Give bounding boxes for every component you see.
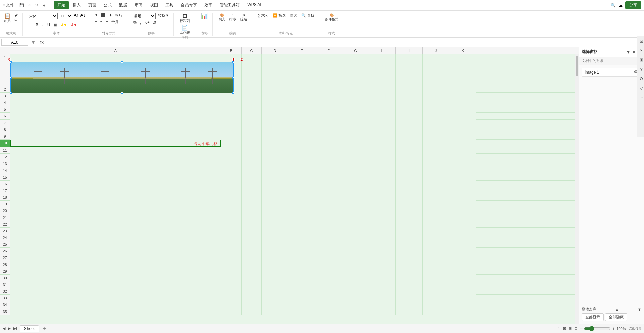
cell-H7[interactable]	[369, 120, 396, 126]
cell-H17[interactable]	[369, 187, 396, 194]
cell-I30[interactable]	[396, 275, 423, 281]
cell-J15[interactable]	[423, 174, 449, 181]
cell-C23[interactable]	[241, 228, 262, 234]
resize-handle[interactable]	[121, 61, 123, 63]
cell-D9[interactable]	[262, 133, 288, 140]
cell-K7[interactable]	[449, 120, 476, 126]
cell-A13[interactable]	[10, 160, 221, 167]
cell-A30[interactable]	[10, 275, 221, 281]
cell-F20[interactable]	[315, 207, 342, 214]
resize-handle[interactable]	[232, 77, 234, 79]
cell-E6[interactable]	[288, 113, 315, 120]
col-header-E[interactable]: E	[288, 47, 315, 54]
cell-C7[interactable]	[241, 120, 262, 126]
row-num-5[interactable]: 5	[0, 106, 10, 112]
cell-D7[interactable]	[262, 120, 288, 126]
cell-B35[interactable]	[221, 308, 241, 315]
cell-D26[interactable]	[262, 248, 288, 254]
cell-K27[interactable]	[449, 254, 476, 261]
cell-D24[interactable]	[262, 234, 288, 241]
bot-align-button[interactable]: ⬇	[108, 13, 113, 18]
cell-C34[interactable]	[241, 301, 262, 308]
cell-B10[interactable]	[221, 140, 241, 147]
col-header-G[interactable]: G	[342, 47, 369, 54]
cell-I9[interactable]	[396, 133, 423, 140]
cell-G35[interactable]	[342, 308, 369, 315]
cell-E13[interactable]	[288, 160, 315, 167]
mid-align-button[interactable]: ⬛	[100, 13, 107, 18]
decimal-up-button[interactable]: .0+	[143, 20, 151, 25]
cell-A31[interactable]	[10, 281, 221, 288]
cell-E16[interactable]	[288, 181, 315, 187]
condition-format-button[interactable]: 🎨 条件格式	[324, 13, 340, 22]
cell-H5[interactable]	[369, 106, 396, 113]
cell-F31[interactable]	[315, 281, 342, 288]
cell-A18[interactable]	[10, 194, 221, 201]
redo-icon[interactable]: ↪	[34, 2, 40, 8]
cell-F4[interactable]	[315, 99, 342, 106]
cell-B27[interactable]	[221, 254, 241, 261]
cell-G28[interactable]	[342, 261, 369, 268]
cell-E3[interactable]	[288, 93, 315, 99]
scrollbar-thumb[interactable]	[576, 56, 578, 76]
cell-B6[interactable]	[221, 113, 241, 120]
row-num-18[interactable]: 18	[0, 194, 10, 200]
cell-D1[interactable]	[262, 54, 288, 86]
cell-K16[interactable]	[449, 181, 476, 187]
cell-H10[interactable]	[369, 140, 396, 147]
search-button[interactable]: 🔍 查找	[300, 13, 315, 18]
row-num-33[interactable]: 33	[0, 295, 10, 301]
view-page-icon[interactable]: ⊡	[574, 326, 577, 331]
top-align-button[interactable]: ⬆	[94, 13, 99, 18]
border-button[interactable]: ⊞	[53, 22, 58, 28]
cell-J5[interactable]	[423, 106, 449, 113]
cell-D22[interactable]	[262, 221, 288, 228]
cell-G4[interactable]	[342, 99, 369, 106]
cell-A33[interactable]	[10, 295, 221, 301]
col-header-H[interactable]: H	[369, 47, 396, 54]
cell-J24[interactable]	[423, 234, 449, 241]
cell-J32[interactable]	[423, 288, 449, 295]
hide-all-button[interactable]: 全部隐藏	[605, 313, 627, 321]
cell-G31[interactable]	[342, 281, 369, 288]
col-header-I[interactable]: I	[396, 47, 423, 54]
cell-K28[interactable]	[449, 261, 476, 268]
cell-F27[interactable]	[315, 254, 342, 261]
cell-I26[interactable]	[396, 248, 423, 254]
cell-K32[interactable]	[449, 288, 476, 295]
cell-B17[interactable]	[221, 187, 241, 194]
cell-K33[interactable]	[449, 295, 476, 301]
image-overlay[interactable]: 012	[10, 62, 234, 93]
file-menu[interactable]: ≡ 文件	[3, 2, 14, 8]
cell-F26[interactable]	[315, 248, 342, 254]
worksheet-button[interactable]: 📄 工作表	[178, 24, 191, 36]
cell-I11[interactable]	[396, 147, 423, 154]
font-name-select[interactable]: 宋体	[28, 13, 58, 19]
cell-D27[interactable]	[262, 254, 288, 261]
cell-F8[interactable]	[315, 126, 342, 133]
cell-A21[interactable]	[10, 214, 221, 221]
cell-G11[interactable]	[342, 147, 369, 154]
cell-A9[interactable]	[10, 133, 221, 140]
cell-G3[interactable]	[342, 93, 369, 99]
cell-A23[interactable]	[10, 228, 221, 234]
cell-F2[interactable]	[315, 86, 342, 93]
cell-G8[interactable]	[342, 126, 369, 133]
cell-F5[interactable]	[315, 106, 342, 113]
col-header-F[interactable]: F	[315, 47, 342, 54]
cell-E10[interactable]	[288, 140, 315, 147]
cell-F6[interactable]	[315, 113, 342, 120]
formula-input[interactable]	[47, 39, 643, 46]
decimal-down-button[interactable]: .0-	[152, 20, 158, 25]
cell-B31[interactable]	[221, 281, 241, 288]
cell-K30[interactable]	[449, 275, 476, 281]
cell-J28[interactable]	[423, 261, 449, 268]
col-header-D[interactable]: D	[262, 47, 288, 54]
paste-button[interactable]: 📋 粘贴	[3, 13, 12, 24]
cell-I13[interactable]	[396, 160, 423, 167]
cell-H19[interactable]	[369, 201, 396, 207]
cell-K14[interactable]	[449, 167, 476, 174]
formula-dropdown-icon[interactable]: ▼	[30, 40, 37, 45]
cell-E19[interactable]	[288, 201, 315, 207]
cell-C8[interactable]	[241, 126, 262, 133]
